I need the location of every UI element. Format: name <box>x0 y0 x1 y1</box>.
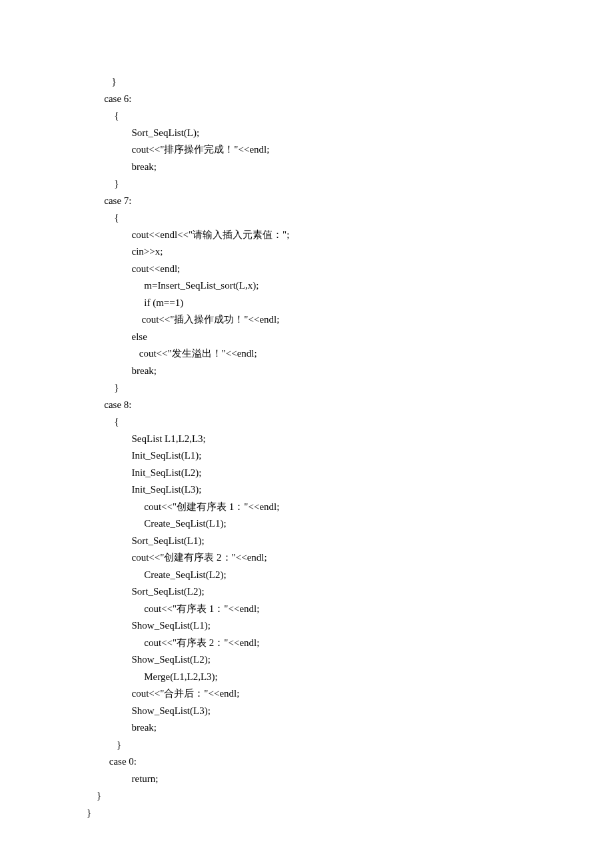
code-line: break; <box>87 719 573 737</box>
code-line: case 8: <box>87 397 573 414</box>
code-line: Show_SeqList(L1); <box>87 617 573 635</box>
code-line: } <box>87 805 573 822</box>
code-line: break; <box>87 363 573 380</box>
code-line: { <box>87 413 573 431</box>
code-line: cout<<"创建有序表 1："<<endl; <box>87 499 573 516</box>
code-line: break; <box>87 159 573 176</box>
code-line: cout<<"排序操作完成！"<<endl; <box>87 141 573 159</box>
code-line: } <box>87 737 573 754</box>
code-line: } <box>87 73 573 91</box>
code-line: cout<<endl<<"请输入插入元素值："; <box>87 227 573 244</box>
code-line: cout<<"有序表 2："<<endl; <box>87 635 573 652</box>
code-block: } case 6: { Sort_SeqList(L); cout<<"排序操作… <box>87 73 573 821</box>
code-line: { <box>87 209 573 227</box>
code-line: if (m==1) <box>87 295 573 312</box>
code-line: else <box>87 329 573 346</box>
code-line: SeqList L1,L2,L3; <box>87 431 573 448</box>
code-line: cin>>x; <box>87 243 573 261</box>
code-line: } <box>87 787 573 805</box>
code-line: case 6: <box>87 91 573 108</box>
code-line: Create_SeqList(L2); <box>87 567 573 584</box>
document-page: } case 6: { Sort_SeqList(L); cout<<"排序操作… <box>0 0 613 868</box>
code-line: Init_SeqList(L1); <box>87 447 573 465</box>
code-line: Sort_SeqList(L2); <box>87 583 573 601</box>
code-line: cout<<"创建有序表 2："<<endl; <box>87 549 573 567</box>
code-line: case 7: <box>87 193 573 210</box>
code-line: cout<<"合并后："<<endl; <box>87 685 573 703</box>
code-line: Init_SeqList(L2); <box>87 465 573 482</box>
code-line: cout<<"插入操作成功！"<<endl; <box>87 311 573 329</box>
code-line: cout<<endl; <box>87 261 573 278</box>
code-line: Show_SeqList(L2); <box>87 651 573 669</box>
code-line: Show_SeqList(L3); <box>87 703 573 720</box>
code-line: case 0: <box>87 753 573 771</box>
code-line: m=Insert_SeqList_sort(L,x); <box>87 277 573 295</box>
code-line: { <box>87 107 573 125</box>
code-line: } <box>87 379 573 397</box>
code-line: Sort_SeqList(L1); <box>87 533 573 550</box>
code-line: Init_SeqList(L3); <box>87 481 573 499</box>
code-line: Create_SeqList(L1); <box>87 515 573 533</box>
code-line: return; <box>87 771 573 788</box>
code-line: cout<<"发生溢出！"<<endl; <box>87 345 573 363</box>
code-line: cout<<"有序表 1："<<endl; <box>87 601 573 618</box>
code-line: Merge(L1,L2,L3); <box>87 669 573 686</box>
code-line: Sort_SeqList(L); <box>87 125 573 142</box>
code-line: } <box>87 175 573 193</box>
